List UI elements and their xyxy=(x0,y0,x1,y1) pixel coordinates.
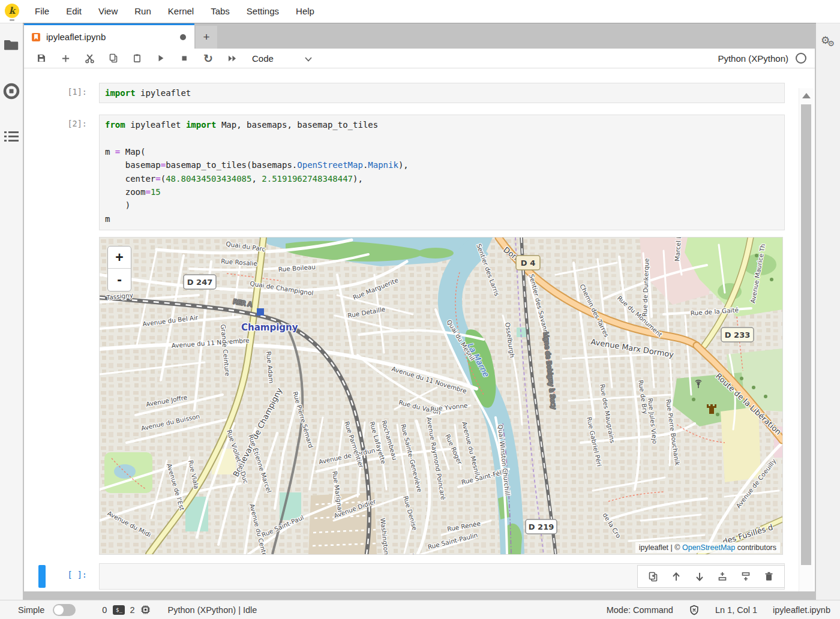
execution-prompt: [2]: xyxy=(24,119,87,128)
tab-bar: ipyleaflet.ipynb + xyxy=(23,23,816,49)
notebook-toolbar: ↻ Code Python (XPython) xyxy=(24,49,815,68)
kernel-selector[interactable]: Python (XPython) xyxy=(718,49,806,68)
notebook-panel: ↻ Code Python (XPython) [1]: import ipyl… xyxy=(24,49,815,591)
left-activity-bar xyxy=(0,23,23,600)
svg-text:D 219: D 219 xyxy=(529,522,554,531)
zoom-out-button[interactable]: - xyxy=(108,269,131,291)
attribution-prefix: ipyleaflet | © xyxy=(639,543,682,552)
move-cell-down-button[interactable] xyxy=(692,569,707,584)
running-sessions-icon[interactable] xyxy=(0,81,23,101)
notebook-scroll-area: [1]: import ipyleaflet [2]: from ipyleaf… xyxy=(24,68,815,591)
tab-title: ipyleaflet.ipynb xyxy=(46,32,180,42)
run-cell-button[interactable] xyxy=(152,49,170,68)
status-bar: Simple 0 $_ 2 Python (XPython) | Idle Mo… xyxy=(0,600,840,619)
kernel-name: Python (XPython) xyxy=(718,53,788,64)
new-tab-button[interactable]: + xyxy=(196,26,217,49)
table-of-contents-icon[interactable] xyxy=(0,127,23,147)
station-marker xyxy=(257,308,264,315)
trust-shield-icon[interactable] xyxy=(689,605,700,615)
kernels-count[interactable]: 2 xyxy=(130,605,134,615)
insert-cell-button[interactable] xyxy=(56,49,74,68)
terminals-count[interactable]: 0 xyxy=(102,605,107,615)
file-browser-icon[interactable] xyxy=(0,34,23,55)
code-cell-input[interactable]: import ipyleaflet xyxy=(99,83,785,103)
svg-text:D 233: D 233 xyxy=(725,330,750,339)
notebook-file-icon xyxy=(31,32,41,42)
menu-item-tabs[interactable]: Tabs xyxy=(202,0,238,23)
menu-item-help[interactable]: Help xyxy=(287,0,323,23)
svg-text:D 247: D 247 xyxy=(187,278,212,287)
cut-cells-button[interactable] xyxy=(80,49,98,68)
execution-prompt: [1]: xyxy=(24,87,87,97)
delete-cell-button[interactable] xyxy=(761,569,777,584)
cell-type-value: Code xyxy=(252,53,274,64)
zoom-in-button[interactable]: + xyxy=(108,247,131,269)
road-badge: D 4 xyxy=(516,256,540,270)
code-cell-input[interactable]: from ipyleaflet import Map, basemaps, ba… xyxy=(99,115,785,230)
right-sidebar-strip: ⚙⚙ xyxy=(816,23,840,600)
chevron-down-icon xyxy=(305,53,312,64)
cell-toolbar xyxy=(637,565,785,588)
statusbar-filename: ipyleaflet.ipynb xyxy=(773,605,830,615)
unsaved-changes-dot xyxy=(180,34,186,40)
simple-mode-label: Simple xyxy=(18,605,44,615)
insert-cell-above-button[interactable] xyxy=(715,569,730,584)
map-output[interactable]: Quai du ParcRue RosalieRue BoileauQuai d… xyxy=(99,237,783,555)
save-button[interactable] xyxy=(32,49,50,68)
move-cell-up-button[interactable] xyxy=(668,569,684,584)
insert-cell-below-button[interactable] xyxy=(738,569,754,584)
map-attribution: ipyleaflet | © OpenStreetMap contributor… xyxy=(635,542,780,553)
command-mode-indicator[interactable]: Mode: Command xyxy=(607,605,673,615)
restart-kernel-button[interactable]: ↻ xyxy=(199,49,217,68)
scroll-up-arrow[interactable] xyxy=(802,93,811,98)
terminal-icon: $_ xyxy=(113,605,125,615)
simple-mode-toggle[interactable] xyxy=(53,604,76,616)
copy-cells-button[interactable] xyxy=(104,49,122,68)
execution-prompt: [ ]: xyxy=(24,570,87,579)
svg-text:D 4: D 4 xyxy=(521,259,535,268)
road-badge: D 247 xyxy=(184,275,216,289)
scrollbar-thumb[interactable] xyxy=(801,104,811,565)
cell-type-dropdown[interactable]: Code xyxy=(247,49,317,68)
map-zoom-control: + - xyxy=(107,246,131,292)
property-inspector-icon[interactable]: ⚙⚙ xyxy=(821,34,837,47)
cursor-position[interactable]: Ln 1, Col 1 xyxy=(715,605,757,615)
paste-cells-button[interactable] xyxy=(128,49,146,68)
menu-item-run[interactable]: Run xyxy=(126,0,160,23)
interrupt-kernel-button[interactable] xyxy=(175,49,193,68)
menu-item-settings[interactable]: Settings xyxy=(238,0,287,23)
attribution-suffix: contributors xyxy=(735,543,776,552)
kernel-status-icon xyxy=(796,53,806,64)
menu-item-edit[interactable]: Edit xyxy=(58,0,90,23)
main-dock-panel: ipyleaflet.ipynb + xyxy=(23,23,816,600)
road-badge: D 233 xyxy=(721,327,754,342)
app-logo-icon: k xyxy=(5,4,20,19)
menu-item-file[interactable]: File xyxy=(26,0,58,23)
kernel-chip-icon xyxy=(140,605,151,615)
kernel-status-text[interactable]: Python (XPython) | Idle xyxy=(167,605,257,615)
restart-run-all-button[interactable] xyxy=(223,49,241,68)
menu-bar: k FileEditViewRunKernelTabsSettingsHelp xyxy=(0,0,840,23)
menu-item-view[interactable]: View xyxy=(90,0,126,23)
map-station-label: Champigny xyxy=(241,322,298,333)
menu-item-kernel[interactable]: Kernel xyxy=(160,0,202,23)
road-badge: D 219 xyxy=(526,519,557,534)
openstreetmap-link[interactable]: OpenStreetMap xyxy=(682,543,735,552)
notebook-scrollbar[interactable] xyxy=(799,88,814,591)
tab-ipyleaflet-notebook[interactable]: ipyleaflet.ipynb xyxy=(24,23,194,49)
duplicate-cell-button[interactable] xyxy=(645,569,661,584)
